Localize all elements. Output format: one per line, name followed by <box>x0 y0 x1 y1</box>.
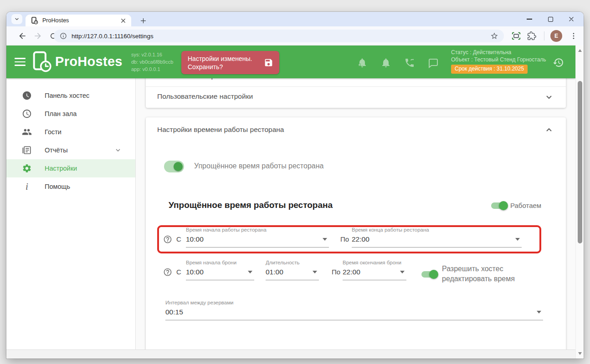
booking-end-select[interactable]: Время окончания брони 22:00 <box>343 260 406 280</box>
sidebar-item-label: Отчёты <box>45 141 68 159</box>
sidebar-menu-button[interactable] <box>15 58 26 66</box>
dropdown-caret-icon[interactable] <box>400 271 405 273</box>
chat-button[interactable] <box>428 57 439 68</box>
chevron-down-icon <box>14 16 20 22</box>
tab-title: ProHostes <box>42 17 120 24</box>
app-title: ProHostes <box>55 54 123 69</box>
to-label: По <box>332 268 340 276</box>
accordion-user-settings[interactable]: Пользовательские настройки <box>146 86 566 108</box>
forward-arrow-icon <box>33 31 42 40</box>
alert-line1: Настройки изменены. <box>188 55 264 63</box>
license-refresh-button[interactable] <box>553 57 564 70</box>
new-tab-button[interactable] <box>138 15 149 26</box>
screenshot-capture-icon <box>511 31 521 41</box>
dropdown-caret-icon[interactable] <box>537 311 541 313</box>
site-info-icon[interactable] <box>60 32 67 40</box>
help-icon[interactable] <box>163 235 172 244</box>
sidebar-item-label: Панель хостес <box>45 86 89 105</box>
sidebar-item-floor-plan[interactable]: План зала <box>6 105 135 123</box>
scroll-up-arrow-icon[interactable] <box>578 49 582 52</box>
reserve-interval-select[interactable]: Интервал между резервами 00:15 <box>165 300 543 320</box>
app-header: ProHostes sys: v2.0.1.16 db: vb0ca6f8b9c… <box>6 46 575 78</box>
to-label: По <box>340 235 349 243</box>
help-icon[interactable] <box>163 268 172 277</box>
browser-tab[interactable]: ProHostes <box>26 15 131 26</box>
simplified-mode-toggle[interactable] <box>164 161 184 172</box>
restaurant-start-select[interactable]: Время начала работы ресторана 10:00 <box>186 227 329 248</box>
sidebar-item-settings[interactable]: Настройки <box>6 159 135 177</box>
notifications-button[interactable] <box>380 57 391 68</box>
sidebar-item-label: Настройки <box>45 159 77 177</box>
save-icon[interactable] <box>264 58 273 67</box>
browser-tab-bar: ProHostes <box>6 12 584 26</box>
chevron-up-icon[interactable] <box>544 125 554 136</box>
address-bar[interactable]: http://127.0.0.1:11160/settings <box>54 30 504 42</box>
prohostes-favicon <box>31 17 38 25</box>
dropdown-caret-icon[interactable] <box>313 271 317 273</box>
validity-badge: Срок действия : 31.10.2025 <box>451 65 528 74</box>
from-label: С <box>176 268 181 276</box>
extensions-button[interactable] <box>527 31 537 41</box>
alert-line2: Сохранить? <box>188 63 264 71</box>
sidebar-item-guests[interactable]: Гости <box>6 123 135 141</box>
sidebar-item-hostess-panel[interactable]: Панель хостес <box>6 86 135 105</box>
history-clock-icon <box>553 57 564 68</box>
browser-toolbar: http://127.0.0.1:11160/settings E <box>6 26 584 46</box>
dropdown-caret-icon[interactable] <box>323 238 327 241</box>
horizontal-scrollbar-track[interactable] <box>6 349 584 359</box>
sidebar-item-label: Помощь <box>45 177 70 196</box>
restaurant-end-select[interactable]: Время конца работы ресторана 22:00 <box>352 227 522 248</box>
gear-icon <box>22 163 32 173</box>
version-db: db: vb0ca6f8b9ccb <box>131 58 173 66</box>
scrollbar-thumb[interactable] <box>578 81 582 243</box>
tab-search-button[interactable] <box>11 14 22 24</box>
back-arrow-icon <box>18 31 27 40</box>
booking-duration-select[interactable]: Длительность 01:00 <box>266 260 319 280</box>
chevron-down-icon[interactable] <box>114 147 122 154</box>
window-close-button[interactable] <box>561 12 582 26</box>
hamburger-icon <box>15 58 26 59</box>
notification-add-button[interactable] <box>357 57 368 68</box>
profile-avatar[interactable]: E <box>550 30 562 42</box>
browser-menu-button[interactable] <box>569 31 579 41</box>
calls-button[interactable] <box>404 57 415 68</box>
tab-close-icon[interactable] <box>120 17 127 24</box>
minimize-icon <box>527 19 532 20</box>
hostess-edit-label-line1: Разрешить хостес <box>442 264 515 274</box>
save-settings-banner[interactable]: Настройки изменены. Сохранить? <box>181 51 279 74</box>
sidebar-item-label: План зала <box>45 105 77 123</box>
scroll-down-arrow-icon[interactable] <box>578 352 582 355</box>
puzzle-icon <box>527 31 536 40</box>
bell-plus-icon <box>357 57 368 68</box>
window-maximize-button[interactable] <box>540 12 561 26</box>
working-toggle[interactable] <box>491 202 507 209</box>
vertical-scrollbar[interactable] <box>575 46 584 359</box>
dropdown-caret-icon[interactable] <box>248 271 252 273</box>
hostess-edit-label-line2: редактировать время <box>442 274 515 284</box>
sidebar-item-help[interactable]: i Помощь <box>6 177 135 196</box>
sidebar-item-reports[interactable]: Отчёты <box>6 141 135 159</box>
simplified-mode-label: Упрощённое время работы ресторана <box>194 162 323 170</box>
accordion-card: Системные настройки Пользовательские нас… <box>146 78 566 108</box>
hostess-edit-toggle[interactable] <box>421 271 437 278</box>
accordion-time-settings[interactable]: Настройки времени работы ресторана <box>146 117 566 143</box>
chevron-down-icon[interactable] <box>544 91 554 102</box>
back-button[interactable] <box>17 31 27 41</box>
accordion-system-settings[interactable]: Системные настройки <box>157 78 230 82</box>
bookmark-star-icon[interactable] <box>490 32 498 40</box>
sidebar: Панель хостес План зала Гости Отчёты Нас… <box>6 78 136 349</box>
booking-start-select[interactable]: Время начала брони 10:00 <box>186 260 254 280</box>
screenshot-extension-button[interactable] <box>511 31 521 41</box>
settings-content: Системные настройки Пользовательские нас… <box>136 78 575 349</box>
dropdown-caret-icon[interactable] <box>515 238 520 241</box>
version-app: app: v0.0.0.1 <box>131 66 173 73</box>
forward-button[interactable] <box>33 31 43 41</box>
chat-bubble-icon <box>428 57 439 68</box>
window-minimize-button[interactable] <box>519 12 540 26</box>
from-label: С <box>176 235 181 243</box>
prohostes-logo <box>33 51 52 73</box>
plus-icon <box>140 17 147 24</box>
toolbar-divider <box>544 31 544 40</box>
version-sys: sys: v2.0.1.16 <box>131 51 173 58</box>
close-icon <box>568 16 575 22</box>
